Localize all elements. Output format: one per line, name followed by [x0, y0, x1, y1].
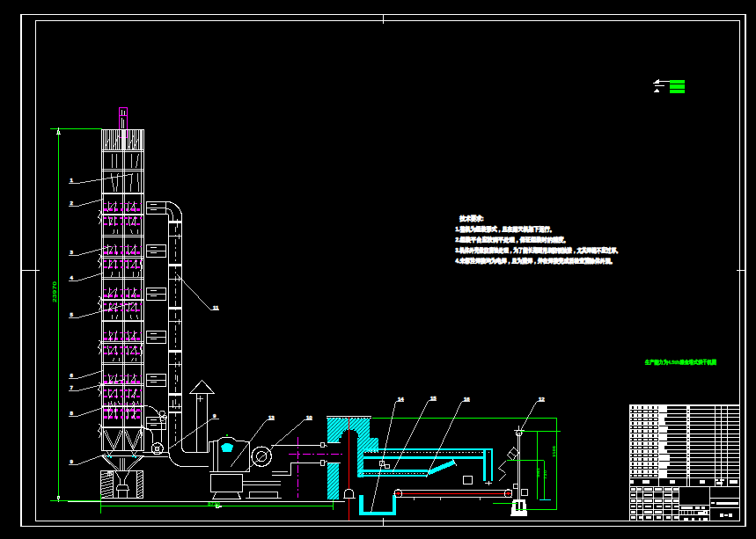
svg-text:12: 12 — [539, 397, 545, 402]
svg-text:11: 11 — [213, 305, 219, 310]
svg-text:16: 16 — [464, 397, 470, 402]
svg-text:13: 13 — [268, 415, 275, 420]
svg-text:4.未标注焊接均为电焊，且为满焊，并在焊接完成后检查清除体外: 4.未标注焊接均为电焊，且为满焊，并在焊接完成后检查清除体外观。 — [456, 257, 616, 265]
svg-text:生产能力为4.5t/h粮食塔式烘干机图: 生产能力为4.5t/h粮食塔式烘干机图 — [644, 359, 716, 366]
svg-text:3.机体外壳做防腐蚀处理，为了能长期耐用刷防锈油漆，尤其焊缝: 3.机体外壳做防腐蚀处理，为了能长期耐用刷防锈油漆，尤其焊缝不应过厚。 — [456, 246, 621, 254]
svg-text:10: 10 — [306, 415, 312, 420]
svg-text:14: 14 — [398, 397, 404, 402]
svg-text:730: 730 — [543, 470, 547, 479]
svg-text:1586: 1586 — [552, 445, 556, 457]
svg-text:23970: 23970 — [53, 280, 57, 302]
svg-text:2.组装平台应校调平处理，保证组装时的精度。: 2.组装平台应校调平处理，保证组装时的精度。 — [456, 236, 569, 244]
svg-text:15: 15 — [430, 396, 437, 401]
svg-text:945: 945 — [536, 467, 540, 477]
svg-text:1.整机为组装形式，且在露天机架下运行。: 1.整机为组装形式，且在露天机架下运行。 — [456, 225, 555, 233]
svg-text:技术要求:: 技术要求: — [459, 215, 484, 222]
